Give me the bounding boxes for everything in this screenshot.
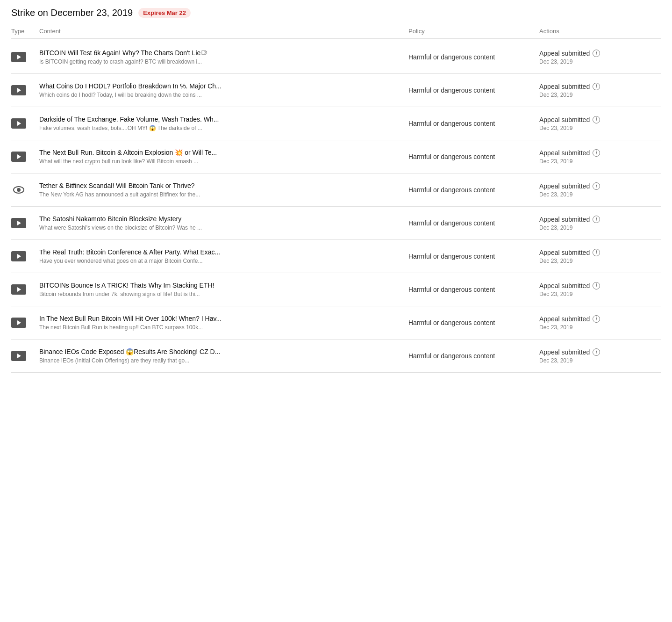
content-title: The Real Truth: Bitcoin Conference & Aft… — [39, 248, 399, 256]
type-cell — [11, 118, 39, 129]
type-cell — [11, 318, 39, 328]
actions-cell: Appeal submitted i Dec 23, 2019 — [539, 315, 661, 331]
content-cell: Binance IEOs Code Exposed 😱Results Are S… — [39, 348, 408, 364]
appeal-row: Appeal submitted i — [539, 348, 661, 356]
content-title: BITCOIN Will Test 6k Again! Why? The Cha… — [39, 49, 399, 57]
info-icon[interactable]: i — [593, 116, 600, 123]
policy-cell: Harmful or dangerous content — [408, 319, 539, 326]
info-icon[interactable]: i — [593, 83, 600, 90]
appeal-status: Appeal submitted — [539, 249, 590, 256]
appeal-row: Appeal submitted i — [539, 149, 661, 157]
live-icon — [11, 185, 26, 195]
info-icon[interactable]: i — [593, 216, 600, 223]
appeal-date: Dec 23, 2019 — [539, 324, 661, 331]
content-description: What will the next crypto bull run look … — [39, 158, 399, 165]
col-content: Content — [39, 28, 408, 35]
type-cell — [11, 351, 39, 361]
policy-cell: Harmful or dangerous content — [408, 286, 539, 293]
appeal-date: Dec 23, 2019 — [539, 58, 661, 65]
actions-cell: Appeal submitted i Dec 23, 2019 — [539, 116, 661, 131]
video-icon — [11, 118, 26, 129]
video-icon — [11, 284, 26, 295]
col-policy: Policy — [408, 28, 539, 35]
type-cell — [11, 52, 39, 62]
video-icon — [11, 152, 26, 162]
info-icon[interactable]: i — [593, 348, 600, 356]
content-cell: BITCOIN Will Test 6k Again! Why? The Cha… — [39, 49, 408, 65]
type-cell — [11, 152, 39, 162]
content-description: Have you ever wondered what goes on at a… — [39, 258, 399, 264]
actions-cell: Appeal submitted i Dec 23, 2019 — [539, 182, 661, 198]
appeal-date: Dec 23, 2019 — [539, 158, 661, 165]
appeal-row: Appeal submitted i — [539, 282, 661, 289]
policy-cell: Harmful or dangerous content — [408, 120, 539, 127]
table-header: Type Content Policy Actions — [11, 28, 661, 39]
actions-cell: Appeal submitted i Dec 23, 2019 — [539, 249, 661, 264]
table-row: Binance IEOs Code Exposed 😱Results Are S… — [11, 340, 661, 373]
content-description: Bitcoin rebounds from under 7k, showing … — [39, 291, 399, 297]
actions-cell: Appeal submitted i Dec 23, 2019 — [539, 149, 661, 165]
appeal-date: Dec 23, 2019 — [539, 258, 661, 264]
content-description: Is BITCOIN getting ready to crash again!… — [39, 58, 399, 65]
live-ring-icon — [13, 186, 24, 194]
content-description: The next Bitcoin Bull Run is heating up!… — [39, 324, 399, 331]
type-cell — [11, 85, 39, 95]
appeal-row: Appeal submitted i — [539, 315, 661, 323]
content-cell: Darkside of The Exchange. Fake Volume, W… — [39, 116, 408, 131]
info-icon[interactable]: i — [593, 50, 600, 57]
appeal-date: Dec 23, 2019 — [539, 92, 661, 98]
strike-title: Strike on December 23, 2019 — [11, 7, 133, 18]
info-icon[interactable]: i — [593, 282, 600, 289]
actions-cell: Appeal submitted i Dec 23, 2019 — [539, 216, 661, 231]
appeal-status: Appeal submitted — [539, 348, 590, 356]
appeal-row: Appeal submitted i — [539, 216, 661, 223]
info-icon[interactable]: i — [593, 315, 600, 323]
appeal-date: Dec 23, 2019 — [539, 357, 661, 364]
type-cell — [11, 185, 39, 195]
content-title: Binance IEOs Code Exposed 😱Results Are S… — [39, 348, 399, 355]
content-cell: In The Next Bull Run Bitcoin Will Hit Ov… — [39, 315, 408, 331]
appeal-row: Appeal submitted i — [539, 50, 661, 57]
content-title: What Coins Do I HODL? Portfolio Breakdow… — [39, 82, 399, 90]
content-title: BITCOINs Bounce Is A TRICK! Thats Why Im… — [39, 282, 399, 289]
video-icon — [11, 85, 26, 95]
expires-badge: Expires Mar 22 — [138, 8, 191, 18]
appeal-status: Appeal submitted — [539, 282, 590, 289]
actions-cell: Appeal submitted i Dec 23, 2019 — [539, 282, 661, 297]
table-row: The Real Truth: Bitcoin Conference & Aft… — [11, 240, 661, 273]
info-icon[interactable]: i — [593, 249, 600, 256]
actions-cell: Appeal submitted i Dec 23, 2019 — [539, 50, 661, 65]
content-title: Tether & Bitfinex Scandal! Will Bitcoin … — [39, 182, 399, 189]
policy-cell: Harmful or dangerous content — [408, 53, 539, 61]
content-description: The New York AG has announced a suit aga… — [39, 191, 399, 198]
col-actions: Actions — [539, 28, 661, 35]
video-icon — [11, 351, 26, 361]
actions-cell: Appeal submitted i Dec 23, 2019 — [539, 83, 661, 98]
policy-cell: Harmful or dangerous content — [408, 352, 539, 360]
strikes-table: Type Content Policy Actions BITCOIN Will… — [11, 28, 661, 373]
table-row: The Next Bull Run. Bitcoin & Altcoin Exp… — [11, 140, 661, 174]
info-icon[interactable]: i — [593, 149, 600, 157]
appeal-status: Appeal submitted — [539, 216, 590, 223]
appeal-date: Dec 23, 2019 — [539, 125, 661, 131]
policy-cell: Harmful or dangerous content — [408, 186, 539, 194]
content-cell: The Real Truth: Bitcoin Conference & Aft… — [39, 248, 408, 264]
table-row: BITCOIN Will Test 6k Again! Why? The Cha… — [11, 41, 661, 74]
content-title: The Next Bull Run. Bitcoin & Altcoin Exp… — [39, 149, 399, 156]
table-row: What Coins Do I HODL? Portfolio Breakdow… — [11, 74, 661, 107]
appeal-row: Appeal submitted i — [539, 116, 661, 123]
policy-cell: Harmful or dangerous content — [408, 219, 539, 227]
appeal-date: Dec 23, 2019 — [539, 191, 661, 198]
policy-cell: Harmful or dangerous content — [408, 153, 539, 160]
content-title: In The Next Bull Run Bitcoin Will Hit Ov… — [39, 315, 399, 322]
appeal-status: Appeal submitted — [539, 149, 590, 157]
content-description: What were Satoshi's views on the blocksi… — [39, 224, 399, 231]
content-description: Binance IEOs (Initial Coin Offerings) ar… — [39, 357, 399, 364]
policy-cell: Harmful or dangerous content — [408, 253, 539, 260]
table-row: BITCOINs Bounce Is A TRICK! Thats Why Im… — [11, 273, 661, 306]
table-row: In The Next Bull Run Bitcoin Will Hit Ov… — [11, 306, 661, 340]
appeal-row: Appeal submitted i — [539, 182, 661, 190]
video-icon — [11, 251, 26, 261]
info-icon[interactable]: i — [593, 182, 600, 190]
video-icon — [11, 218, 26, 228]
